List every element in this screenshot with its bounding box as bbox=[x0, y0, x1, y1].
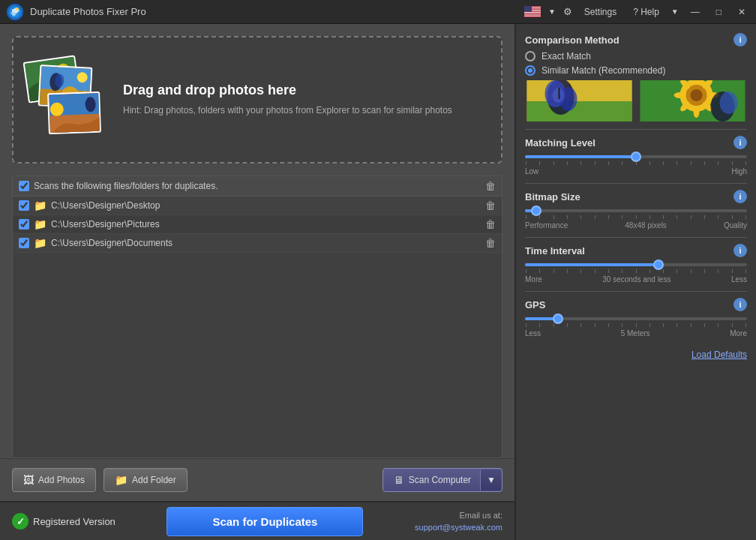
left-panel: Drag and drop photos here Hint: Drag pho… bbox=[0, 24, 516, 540]
gps-thumb[interactable] bbox=[553, 314, 563, 324]
matching-level-labels: Low High bbox=[525, 167, 747, 176]
bitmap-size-info-icon[interactable]: i bbox=[734, 190, 747, 203]
bitmap-size-track[interactable] bbox=[525, 209, 747, 212]
email-info: Email us at: support@systweak.com bbox=[415, 509, 502, 534]
matching-level-header: Matching Level i bbox=[525, 136, 747, 149]
bitmap-quality-label: Quality bbox=[724, 221, 747, 230]
gps-header: GPS i bbox=[525, 298, 747, 311]
svg-rect-16 bbox=[524, 6, 532, 12]
add-folder-button[interactable]: 📁 Add Folder bbox=[104, 468, 188, 492]
right-panel: Comparison Method i Exact Match Similar … bbox=[516, 24, 756, 540]
maximize-button[interactable]: □ bbox=[712, 5, 726, 19]
gps-value-label: 5 Meters bbox=[621, 329, 650, 338]
time-interval-info-icon[interactable]: i bbox=[734, 244, 747, 257]
settings-menu[interactable]: Settings bbox=[580, 5, 621, 19]
time-interval-thumb[interactable] bbox=[653, 260, 664, 270]
action-bar: 🖼 Add Photos 📁 Add Folder 🖥 Scan Compute… bbox=[0, 458, 514, 501]
select-all-checkbox[interactable] bbox=[19, 181, 29, 191]
matching-level-thumb[interactable] bbox=[631, 152, 641, 162]
photos-icon-group bbox=[26, 51, 108, 148]
add-folder-icon: 📁 bbox=[115, 474, 128, 486]
help-menu[interactable]: ? Help bbox=[628, 5, 664, 19]
delete-icon-3[interactable]: 🗑 bbox=[485, 237, 496, 249]
add-folder-label: Add Folder bbox=[132, 475, 176, 485]
bitmap-size-thumb[interactable] bbox=[531, 206, 542, 216]
delete-all-icon[interactable]: 🗑 bbox=[485, 180, 496, 192]
similar-match-radio[interactable] bbox=[525, 65, 536, 76]
gps-info-icon[interactable]: i bbox=[734, 298, 747, 311]
bitmap-size-ticks bbox=[525, 215, 747, 219]
file-list-container: Scans the following files/folders for du… bbox=[12, 176, 502, 458]
svg-rect-12 bbox=[524, 14, 541, 14]
load-defaults-button[interactable]: Load Defaults bbox=[525, 350, 747, 360]
exact-match-radio[interactable] bbox=[525, 51, 536, 62]
svg-rect-35 bbox=[559, 88, 560, 99]
comparison-method-info-icon[interactable]: i bbox=[734, 33, 747, 46]
title-left: Duplicate Photos Fixer Pro bbox=[6, 3, 146, 21]
similar-match-label: Similar Match (Recommended) bbox=[542, 65, 665, 76]
svg-point-42 bbox=[694, 106, 700, 118]
svg-point-43 bbox=[674, 92, 686, 98]
app-logo-icon bbox=[6, 3, 24, 21]
file-list-header: Scans the following files/folders for du… bbox=[13, 176, 502, 196]
add-photos-button[interactable]: 🖼 Add Photos bbox=[12, 468, 96, 492]
title-controls: ▼ ⚙ Settings ? Help ▼ — □ ✕ bbox=[524, 5, 750, 19]
drop-hint: Hint: Drag photos, folders with your pho… bbox=[123, 104, 452, 117]
similar-match-option[interactable]: Similar Match (Recommended) bbox=[525, 65, 747, 76]
file-path-3: C:\Users\Designer\Documents bbox=[51, 238, 481, 248]
exact-match-option[interactable]: Exact Match bbox=[525, 51, 747, 62]
file-checkbox-1[interactable] bbox=[19, 200, 29, 211]
file-list-header-text: Scans the following files/folders for du… bbox=[34, 181, 481, 191]
time-interval-section: Time Interval i More 30 seconds and less… bbox=[525, 237, 747, 284]
settings-icon[interactable]: ⚙ bbox=[563, 6, 572, 17]
file-checkbox-3[interactable] bbox=[19, 238, 29, 248]
matching-level-low: Low bbox=[525, 167, 538, 176]
time-less-label: Less bbox=[731, 275, 747, 284]
folder-icon-1: 📁 bbox=[34, 200, 46, 212]
comparison-method-section: Comparison Method i Exact Match Similar … bbox=[525, 33, 747, 122]
gps-less-label: Less bbox=[525, 329, 541, 338]
registered-label: Registered Version bbox=[33, 516, 116, 527]
svg-point-39 bbox=[691, 89, 703, 101]
drop-zone[interactable]: Drag and drop photos here Hint: Drag pho… bbox=[12, 36, 502, 164]
close-button[interactable]: ✕ bbox=[734, 5, 750, 19]
time-value-label: 30 seconds and less bbox=[602, 275, 670, 284]
drop-heading: Drag and drop photos here bbox=[123, 82, 452, 98]
app-title: Duplicate Photos Fixer Pro bbox=[30, 6, 146, 17]
dropdown-arrow-flag[interactable]: ▼ bbox=[548, 8, 556, 16]
time-interval-header: Time Interval i bbox=[525, 244, 747, 257]
file-row: 📁 C:\Users\Designer\Desktop 🗑 bbox=[13, 196, 502, 215]
file-row: 📁 C:\Users\Designer\Pictures 🗑 bbox=[13, 215, 502, 234]
email-address[interactable]: support@systweak.com bbox=[415, 521, 502, 534]
drop-text: Drag and drop photos here Hint: Drag pho… bbox=[123, 82, 452, 117]
matching-level-high: High bbox=[731, 167, 747, 176]
file-checkbox-2[interactable] bbox=[19, 219, 29, 230]
photo-card-3 bbox=[47, 92, 101, 134]
gps-track[interactable] bbox=[525, 317, 747, 320]
scan-computer-dropdown-arrow[interactable]: ▼ bbox=[480, 470, 502, 490]
add-photos-icon: 🖼 bbox=[23, 474, 34, 486]
scan-duplicates-button[interactable]: Scan for Duplicates bbox=[166, 507, 363, 536]
folder-icon-2: 📁 bbox=[34, 218, 46, 230]
delete-icon-1[interactable]: 🗑 bbox=[485, 200, 496, 212]
svg-rect-11 bbox=[524, 13, 541, 14]
gps-title: GPS bbox=[525, 299, 545, 310]
matching-level-section: Matching Level i Low High bbox=[525, 129, 747, 176]
scan-computer-button[interactable]: 🖥 Scan Computer ▼ bbox=[382, 468, 502, 492]
check-circle-icon: ✓ bbox=[12, 513, 28, 530]
matching-level-title: Matching Level bbox=[525, 137, 596, 148]
delete-icon-2[interactable]: 🗑 bbox=[485, 218, 496, 230]
time-interval-track[interactable] bbox=[525, 263, 747, 266]
file-path-1: C:\Users\Designer\Desktop bbox=[51, 200, 481, 211]
svg-rect-10 bbox=[524, 12, 541, 13]
minimize-button[interactable]: — bbox=[686, 5, 704, 19]
svg-point-49 bbox=[720, 92, 738, 114]
matching-level-info-icon[interactable]: i bbox=[734, 136, 747, 149]
matching-level-track[interactable] bbox=[525, 155, 747, 158]
flag-icon[interactable] bbox=[524, 6, 541, 17]
dropdown-arrow-help[interactable]: ▼ bbox=[671, 8, 679, 16]
bitmap-size-labels: Performance 48x48 pixels Quality bbox=[525, 221, 747, 230]
time-interval-labels: More 30 seconds and less Less bbox=[525, 275, 747, 284]
svg-rect-30 bbox=[527, 101, 632, 122]
title-bar: Duplicate Photos Fixer Pro ▼ ⚙ Settings … bbox=[0, 0, 756, 24]
